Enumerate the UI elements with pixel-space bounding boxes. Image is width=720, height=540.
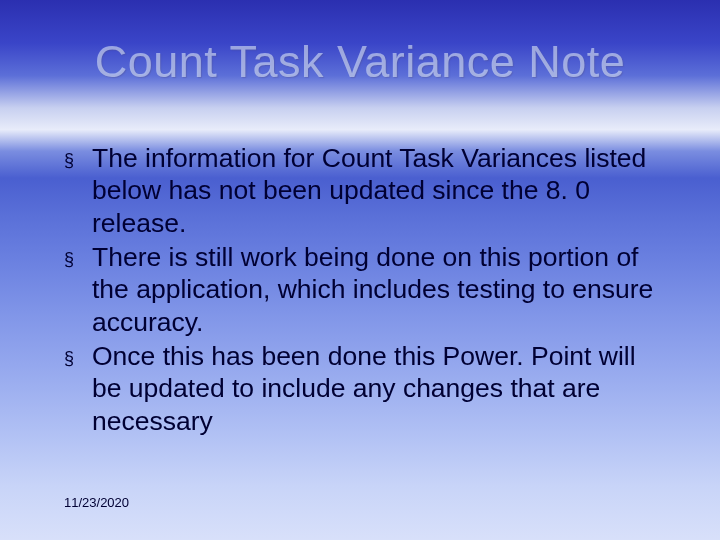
list-item: § There is still work being done on this… bbox=[64, 241, 660, 338]
slide-body: § The information for Count Task Varianc… bbox=[64, 142, 660, 439]
list-item: § Once this has been done this Power. Po… bbox=[64, 340, 660, 437]
bullet-text: There is still work being done on this p… bbox=[92, 241, 660, 338]
bullet-text: Once this has been done this Power. Poin… bbox=[92, 340, 660, 437]
bullet-text: The information for Count Task Variances… bbox=[92, 142, 660, 239]
bullet-icon: § bbox=[64, 142, 92, 177]
footer-date: 11/23/2020 bbox=[64, 495, 129, 510]
bullet-icon: § bbox=[64, 340, 92, 375]
list-item: § The information for Count Task Varianc… bbox=[64, 142, 660, 239]
slide-title: Count Task Variance Note bbox=[0, 36, 720, 88]
bullet-icon: § bbox=[64, 241, 92, 276]
